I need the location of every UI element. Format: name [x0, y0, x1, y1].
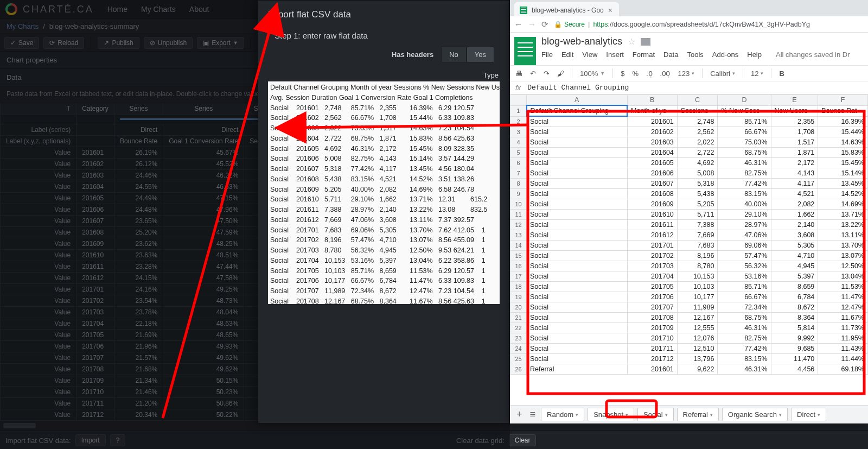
table-row[interactable]: 5Social2016042,72268.75%1,87115.83%	[510, 148, 868, 158]
cell[interactable]: 13.71%	[818, 210, 868, 220]
has-headers-yes[interactable]: Yes	[467, 47, 494, 62]
cell[interactable]: 1,871	[771, 148, 818, 158]
cell[interactable]: Social	[527, 127, 628, 137]
cell[interactable]: 2,172	[771, 158, 818, 168]
cell[interactable]: 8,364	[771, 313, 818, 323]
cell[interactable]: 46.31%	[718, 158, 771, 168]
cell[interactable]: 83.15%	[718, 189, 771, 199]
cell[interactable]: 11,989	[677, 302, 718, 313]
save-button[interactable]: ✓Save	[4, 37, 39, 49]
cell[interactable]: Social	[527, 137, 628, 148]
clear-button[interactable]: Clear	[509, 434, 537, 446]
cell[interactable]: 1,517	[771, 137, 818, 148]
cell[interactable]: 201709	[627, 323, 677, 333]
reload-button[interactable]: ⟳Reload	[43, 37, 84, 49]
cell[interactable]: 201601	[627, 364, 677, 375]
col-header[interactable]: E	[771, 95, 818, 106]
print-icon[interactable]: 🖶	[515, 69, 522, 78]
sheet-tab[interactable]: Snapshot▾	[588, 408, 634, 421]
cell[interactable]: 69.06%	[718, 241, 771, 251]
number-format-dropdown[interactable]: 123▾	[678, 69, 694, 78]
cell[interactable]: Bounce Rat	[818, 105, 868, 116]
cell[interactable]: 11.47%	[818, 292, 868, 302]
unpublish-button[interactable]: ⊘Unpublish	[144, 37, 193, 49]
cell[interactable]: 3,608	[771, 230, 818, 241]
cell[interactable]: 13.70%	[818, 241, 868, 251]
browser-tab[interactable]: blog-web-analytics - Goo ×	[514, 2, 619, 16]
table-row[interactable]: 9Social2016085,43883.15%4,52114.52%	[510, 189, 868, 199]
table-row[interactable]: 25Social20171213,79683.15%11,47011.44%	[510, 354, 868, 364]
cell[interactable]: Social	[527, 148, 628, 158]
dec-increase-icon[interactable]: .00̣	[660, 69, 671, 78]
cell[interactable]: Social	[527, 292, 628, 302]
cell[interactable]: 201708	[627, 313, 677, 323]
cell[interactable]: 12,555	[677, 323, 718, 333]
cell[interactable]: Social	[527, 344, 628, 354]
cell[interactable]: Social	[527, 179, 628, 189]
cell[interactable]: Social	[527, 210, 628, 220]
forward-icon[interactable]: →	[528, 20, 536, 29]
docs-menu-item[interactable]: View	[582, 50, 597, 59]
crumb-root[interactable]: My Charts	[7, 22, 39, 30]
has-headers-no[interactable]: No	[441, 47, 467, 62]
docs-menu-item[interactable]: Format	[633, 50, 655, 59]
table-row[interactable]: 16Social2017038,78056.32%4,94512.50%	[510, 261, 868, 271]
table-row[interactable]: 26Referral2016019,62246.31%4,45669.18%	[510, 364, 868, 375]
table-row[interactable]: 15Social2017028,19657.47%4,71013.07%	[510, 251, 868, 261]
font-size-dropdown[interactable]: 12▾	[751, 69, 763, 78]
table-row[interactable]: 14Social2017017,68369.06%5,30513.70%	[510, 241, 868, 251]
cell[interactable]: 201711	[627, 344, 677, 354]
table-row[interactable]: 8Social2016075,31877.42%4,11713.45%	[510, 179, 868, 189]
cell[interactable]: New Users	[771, 105, 818, 116]
cell[interactable]: Social	[527, 241, 628, 251]
cell[interactable]: 201707	[627, 302, 677, 313]
cell[interactable]: 72.34%	[718, 302, 771, 313]
close-tab-icon[interactable]: ×	[608, 6, 612, 15]
publish-button[interactable]: ↗Publish	[98, 37, 139, 49]
docs-menu-item[interactable]: File	[541, 50, 553, 59]
csv-preview[interactable]: Default Channel Grouping Month of year S…	[268, 81, 500, 304]
doc-title[interactable]: blog-web-analytics	[541, 36, 622, 47]
cell[interactable]: 201704	[627, 271, 677, 282]
cell[interactable]: 83.15%	[718, 354, 771, 364]
cell[interactable]: 13.04%	[818, 271, 868, 282]
table-row[interactable]: 13Social2016127,66947.06%3,60813.11%	[510, 230, 868, 241]
cell[interactable]: 4,456	[771, 364, 818, 375]
cell[interactable]: Social	[527, 282, 628, 292]
cell[interactable]: 57.47%	[718, 251, 771, 261]
cell[interactable]: 4,521	[771, 189, 818, 199]
cell[interactable]: 12,076	[677, 333, 718, 344]
cell[interactable]: 201712	[627, 354, 677, 364]
cell[interactable]: 4,692	[677, 158, 718, 168]
cell[interactable]: 13.22%	[818, 220, 868, 230]
cell[interactable]: 201607	[627, 179, 677, 189]
cell[interactable]: 1,708	[771, 127, 818, 137]
cell[interactable]: 77.42%	[718, 344, 771, 354]
cell[interactable]: 4,143	[771, 168, 818, 179]
cell[interactable]: Social	[527, 261, 628, 271]
cell[interactable]: 13.11%	[818, 230, 868, 241]
cell[interactable]: 6,784	[771, 292, 818, 302]
cell[interactable]: 201703	[627, 261, 677, 271]
cell[interactable]: 68.75%	[718, 313, 771, 323]
table-row[interactable]: 18Social20170510,10385.71%8,65911.53%	[510, 282, 868, 292]
cell[interactable]: 5,438	[677, 189, 718, 199]
sheet-tab[interactable]: Social▾	[637, 408, 673, 421]
cell[interactable]: 201601	[627, 116, 677, 127]
docs-menu-item[interactable]: Insert	[606, 50, 624, 59]
table-row[interactable]: 17Social20170410,15353.16%5,39713.04%	[510, 271, 868, 282]
cell[interactable]: Social	[527, 313, 628, 323]
cell[interactable]: 4,945	[771, 261, 818, 271]
cell[interactable]: Social	[527, 220, 628, 230]
cell[interactable]: 9,685	[771, 344, 818, 354]
cell[interactable]: 56.32%	[718, 261, 771, 271]
cell[interactable]: 201603	[627, 137, 677, 148]
col-header[interactable]: D	[718, 95, 771, 106]
cell[interactable]: 201705	[627, 282, 677, 292]
dec-decrease-icon[interactable]: .0̣	[646, 69, 653, 78]
cell[interactable]: 201610	[627, 210, 677, 220]
cell[interactable]: 5,711	[677, 210, 718, 220]
cell[interactable]: 5,814	[771, 323, 818, 333]
cell[interactable]: 40.00%	[718, 199, 771, 210]
cell[interactable]: 11.44%	[818, 354, 868, 364]
